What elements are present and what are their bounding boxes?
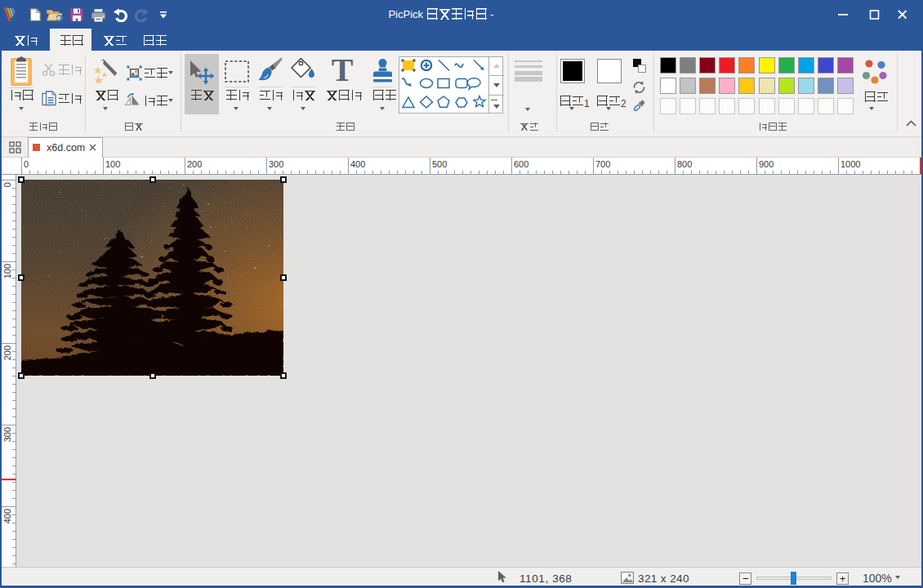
svg-text:400: 400 xyxy=(350,159,365,169)
svg-text:200: 200 xyxy=(187,159,202,169)
svg-text:100: 100 xyxy=(105,159,120,169)
svg-text:0: 0 xyxy=(2,182,12,187)
svg-text:800: 800 xyxy=(677,159,692,169)
svg-text:0: 0 xyxy=(24,159,29,169)
svg-text:700: 700 xyxy=(595,159,610,169)
svg-text:100: 100 xyxy=(2,264,12,278)
svg-text:300: 300 xyxy=(2,427,12,442)
svg-text:200: 200 xyxy=(2,345,12,360)
svg-text:1000: 1000 xyxy=(841,159,860,169)
svg-text:400: 400 xyxy=(2,509,12,523)
svg-text:900: 900 xyxy=(759,159,774,169)
svg-text:500: 500 xyxy=(432,159,447,169)
svg-text:600: 600 xyxy=(514,159,528,169)
svg-text:300: 300 xyxy=(269,159,283,169)
